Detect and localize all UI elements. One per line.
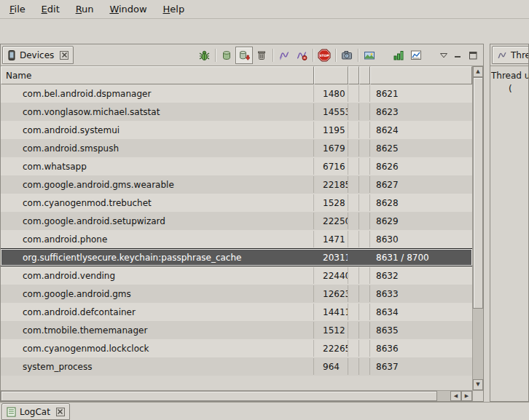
process-name: com.android.defcontainer <box>1 304 314 320</box>
menu-edit[interactable]: Edit <box>35 0 66 18</box>
table-row[interactable]: com.cyanogenmod.lockclock 22265 8636 <box>1 339 472 357</box>
table-row[interactable]: com.android.defcontainer 14411 8634 <box>1 303 472 321</box>
toolbar-separator <box>358 49 358 62</box>
process-port: 8629 <box>370 213 472 229</box>
method-profiling-icon <box>296 49 307 61</box>
menu-window[interactable]: Window <box>103 0 153 18</box>
process-name: com.android.vending <box>1 267 314 284</box>
tab-threads[interactable]: Threads <box>492 46 529 64</box>
stop-sign-icon: STOP <box>318 49 331 62</box>
tab-devices[interactable]: Devices <box>2 46 74 64</box>
toolbar-separator <box>215 49 216 62</box>
toolbar-separator <box>335 49 336 62</box>
process-port: 8633 <box>370 285 472 302</box>
process-name: com.whatsapp <box>1 158 314 175</box>
scroll-down-button[interactable]: ▼ <box>473 379 483 390</box>
cause-gc-trash-icon <box>256 49 267 61</box>
horizontal-scroll-thumb[interactable] <box>1 391 437 401</box>
cell-empty <box>359 176 370 193</box>
menu-help[interactable]: Help <box>157 0 192 18</box>
update-heap-button[interactable] <box>218 47 235 64</box>
tab-logcat[interactable]: LogCat <box>1 403 70 420</box>
menu-bar: File Edit Run Window Help <box>0 0 529 19</box>
threads-message-line2: ( <box>491 82 528 95</box>
table-row[interactable]: com.android.systemui 1195 8624 <box>1 121 472 139</box>
vertical-scrollbar[interactable]: ▲ ▼ <box>472 66 483 390</box>
table-row[interactable]: com.cyanogenmod.trebuchet 1528 8628 <box>1 194 472 212</box>
cell-empty <box>359 140 370 156</box>
scroll-left-button[interactable]: ◀ <box>450 391 461 401</box>
logcat-icon <box>7 407 16 417</box>
toolbar-separator <box>313 49 313 62</box>
toolbar-separator <box>273 49 273 62</box>
cell-empty <box>359 194 370 211</box>
process-port: 8636 <box>370 340 472 357</box>
update-heap-icon <box>221 49 232 61</box>
cause-gc-button[interactable] <box>253 47 270 64</box>
panel-splitter[interactable] <box>484 44 490 402</box>
horizontal-scroll-buttons: ◀ ▶ <box>450 391 472 401</box>
scroll-up-button[interactable]: ▲ <box>473 66 483 77</box>
process-pid: 22185 <box>314 176 348 193</box>
system-info-button[interactable] <box>407 47 425 64</box>
close-logcat-icon[interactable] <box>56 408 65 416</box>
cell-empty <box>359 85 370 102</box>
capture-views-button[interactable] <box>390 47 407 64</box>
process-name: com.cyanogenmod.trebuchet <box>1 194 314 211</box>
process-pid: 14411 <box>314 304 348 320</box>
screen-record-button[interactable] <box>361 47 378 64</box>
column-header-pid <box>314 66 348 84</box>
process-port: 8634 <box>370 304 472 320</box>
table-row[interactable]: com.tmobile.thememanager 1512 8635 <box>1 321 472 339</box>
close-devices-icon[interactable] <box>60 51 68 60</box>
process-port: 8627 <box>370 176 472 193</box>
process-name: com.android.smspush <box>1 140 314 156</box>
table-row[interactable]: com.android.vending 22440 8632 <box>1 266 472 285</box>
table-row[interactable]: com.whatsapp 6716 8626 <box>1 157 472 175</box>
minimize-button[interactable] <box>451 48 466 63</box>
process-pid: 22265 <box>314 340 348 357</box>
table-row[interactable]: system_process 964 8637 <box>1 357 472 376</box>
process-pid: 14553 <box>314 103 348 120</box>
cell-empty <box>359 267 370 284</box>
screen-record-icon <box>364 49 375 61</box>
cell-empty <box>348 194 359 211</box>
table-row[interactable]: org.sufficientlysecure.keychain:passphra… <box>1 248 472 266</box>
process-pid: 6716 <box>314 158 348 175</box>
menu-file[interactable]: File <box>3 0 32 18</box>
menu-run[interactable]: Run <box>69 0 101 18</box>
green-bars-icon <box>393 49 404 61</box>
update-threads-button[interactable] <box>275 47 293 64</box>
maximize-button[interactable] <box>466 48 480 63</box>
method-profiling-button[interactable] <box>293 47 310 64</box>
cell-empty <box>348 340 359 357</box>
cell-empty <box>348 122 359 138</box>
process-port: 8630 <box>370 231 472 247</box>
line-graph-icon <box>410 49 422 61</box>
table-row[interactable]: com.bel.android.dspmanager 1480 8621 <box>1 84 472 103</box>
cell-empty <box>348 304 359 320</box>
cell-empty <box>359 340 370 357</box>
stop-process-button[interactable]: STOP <box>316 47 333 64</box>
threads-panel: Threads Thread up ( <box>490 44 529 402</box>
table-row[interactable]: com.google.android.setupwizard 22250 862… <box>1 212 472 230</box>
horizontal-scrollbar[interactable]: ◀ ▶ <box>1 390 472 401</box>
scroll-right-button[interactable]: ▶ <box>461 391 472 401</box>
column-header-name[interactable]: Name <box>1 66 314 84</box>
scroll-left-icon: ◀ <box>454 394 458 399</box>
view-menu-button[interactable] <box>436 48 451 63</box>
debug-button[interactable] <box>195 47 213 64</box>
vertical-scroll-thumb[interactable] <box>473 77 483 309</box>
cell-empty <box>348 85 359 102</box>
devices-toolbar: STOP <box>195 47 480 64</box>
process-pid: 1471 <box>314 231 348 247</box>
main-area: Devices <box>0 44 529 402</box>
table-row[interactable]: com.android.smspush 1679 8625 <box>1 139 472 157</box>
dump-hprof-button[interactable] <box>235 47 253 64</box>
table-row[interactable]: com.google.android.gms 12623 8633 <box>1 285 472 303</box>
table-row[interactable]: com.vonglasow.michael.satstat 14553 8623 <box>1 103 472 121</box>
table-row[interactable]: com.android.phone 1471 8630 <box>1 230 472 248</box>
table-row[interactable]: com.google.android.gms.wearable 22185 86… <box>1 175 472 194</box>
screen-capture-button[interactable] <box>338 47 356 64</box>
process-name: com.google.android.setupwizard <box>1 213 314 229</box>
